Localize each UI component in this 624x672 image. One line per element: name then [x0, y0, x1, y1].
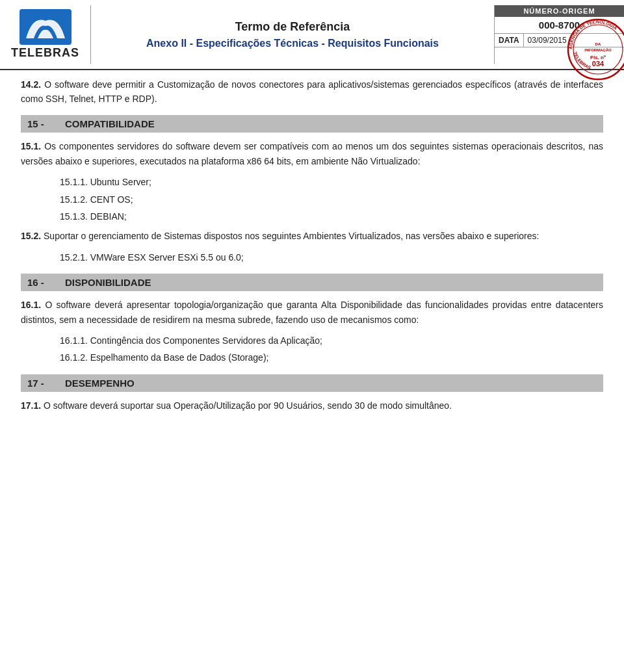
item-16-1-2-text: Espelhamento da Base de Dados (Storage); [90, 352, 269, 363]
header-title: Termo de Referência [235, 20, 350, 34]
main-content: 14.2. O software deve permitir a Customi… [0, 70, 624, 432]
para-14-2-num: 14.2. [21, 79, 41, 90]
logo-area: TELEBRAS [0, 5, 91, 64]
page-header: TELEBRAS Termo de Referência Anexo II - … [0, 0, 624, 70]
item-15-2-1-text: VMWare ESX Server ESXi 5.5 ou 6.0; [90, 252, 244, 263]
sec17-title: DESEMPENHO [65, 378, 135, 389]
item-15-1-2-num: 15.1.2. [60, 194, 88, 205]
para-17-1: 17.1. O software deverá suportar sua Ope… [21, 398, 603, 413]
item-15-1-1: 15.1.1. Ubuntu Server; [60, 175, 603, 189]
sec16-title: DISPONIBILIDADE [65, 277, 151, 288]
telebras-logo [20, 9, 72, 45]
sec15-num: 15 - [27, 118, 53, 129]
official-stamp: AGÊNCIA DE TECNOLOGIA DA INFORMAÇÃO Fls.… [566, 17, 624, 82]
logo-text: TELEBRAS [11, 46, 79, 60]
para-15-1: 15.1. Os componentes servidores do softw… [21, 139, 603, 168]
header-right: NÚMERO-ORIGEM 000-8700 DATA 03/09/2015 A… [494, 5, 624, 64]
item-15-1-3: 15.1.3. DEBIAN; [60, 209, 603, 224]
item-15-1-3-num: 15.1.3. [60, 211, 88, 222]
item-16-1-1-text: Contingência dos Componentes Servidores … [90, 335, 322, 346]
item-15-2-1: 15.2.1. VMWare ESX Server ESXi 5.5 ou 6.… [60, 250, 603, 265]
item-16-1-2: 16.1.2. Espelhamento da Base de Dados (S… [60, 350, 603, 365]
section-15-header: 15 - COMPATIBILIDADE [21, 115, 603, 133]
para-16-1: 16.1. O software deverá apresentar topol… [21, 298, 603, 327]
item-15-1-1-num: 15.1.1. [60, 177, 88, 187]
item-16-1-2-num: 16.1.2. [60, 352, 88, 363]
svg-text:AGÊNCIA DE TECNOLOGIA: AGÊNCIA DE TECNOLOGIA [568, 19, 618, 49]
para-17-1-text: O software deverá suportar sua Operação/… [44, 400, 452, 411]
item-16-1-1: 16.1.1. Contingência dos Componentes Ser… [60, 333, 603, 348]
item-16-1-1-num: 16.1.1. [60, 335, 88, 346]
para-16-1-num: 16.1. [21, 300, 41, 310]
svg-text:TELEBRAS: TELEBRAS [573, 51, 592, 70]
para-14-2: 14.2. O software deve permitir a Customi… [21, 78, 603, 106]
data-label: DATA [495, 34, 524, 47]
item-15-1-2: 15.1.2. CENT OS; [60, 192, 603, 207]
item-15-1-1-text: Ubuntu Server; [90, 177, 151, 187]
svg-text:034: 034 [592, 60, 604, 68]
sec16-num: 16 - [27, 277, 53, 288]
para-15-2: 15.2. Suportar o gerenciamento de Sistem… [21, 229, 603, 243]
svg-text:INFORMAÇÃO: INFORMAÇÃO [584, 48, 612, 52]
para-15-2-num: 15.2. [21, 231, 41, 241]
item-15-1-2-text: CENT OS; [90, 194, 133, 205]
item-15-1-3-text: DEBIAN; [90, 211, 127, 222]
sec17-num: 17 - [27, 378, 53, 389]
header-center: Termo de Referência Anexo II - Especific… [91, 5, 494, 64]
para-15-1-num: 15.1. [21, 141, 41, 151]
para-14-2-text: O software deve permitir a Customização … [21, 79, 603, 104]
para-15-2-text: Suportar o gerenciamento de Sistemas dis… [44, 231, 539, 241]
section-17-header: 17 - DESEMPENHO [21, 374, 603, 392]
numero-origem-label: NÚMERO-ORIGEM [495, 5, 624, 17]
item-15-2-1-num: 15.2.1. [60, 252, 88, 263]
para-15-1-text: Os componentes servidores do software de… [21, 141, 603, 166]
section-16-header: 16 - DISPONIBILIDADE [21, 274, 603, 291]
para-17-1-num: 17.1. [21, 400, 41, 411]
data-value: 03/09/2015 [524, 34, 571, 47]
header-subtitle: Anexo II - Especificações Técnicas - Req… [146, 38, 439, 49]
para-16-1-text: O software deverá apresentar topologia/o… [21, 300, 603, 324]
svg-text:DA: DA [595, 42, 601, 46]
stamp-area: AGÊNCIA DE TECNOLOGIA DA INFORMAÇÃO Fls.… [566, 17, 624, 82]
sec15-title: COMPATIBILIDADE [65, 118, 155, 129]
